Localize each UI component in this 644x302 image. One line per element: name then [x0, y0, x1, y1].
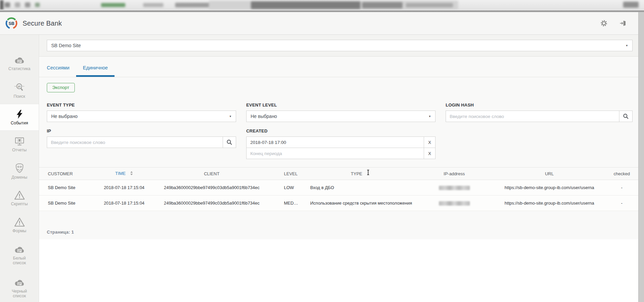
sidebar-item-label: Черный список [7, 289, 32, 298]
sidebar-item-statistics[interactable]: Статистика [0, 50, 39, 77]
sidebar-item-events[interactable]: События [0, 104, 39, 131]
cell-time: 2018-07-18 17:15:04 [95, 195, 154, 211]
sidebar-item-reports[interactable]: Отчеты [0, 131, 39, 158]
search-icon [623, 113, 629, 119]
cell-checked: - [605, 180, 639, 195]
sidebar-item-whitelist[interactable]: Белый список [0, 239, 39, 272]
tab-single[interactable]: Единичное [83, 59, 108, 77]
sidebar-item-label: Формы [7, 229, 32, 233]
ip-label: IP [47, 128, 236, 133]
sidebar-item-forms[interactable]: Формы [0, 212, 39, 239]
ip-input[interactable] [47, 137, 223, 148]
column-header-level: LEVEL [270, 168, 298, 180]
site-select-row: SB Demo Site ▼ [39, 35, 644, 56]
sort-icon[interactable] [130, 171, 133, 177]
ip-blurred-blob [439, 201, 470, 206]
events-panel: Сессиями Единичное Экспорт EVENT TYPE Не… [39, 56, 638, 239]
sidebar-item-scripts[interactable]: Скрипты [0, 185, 39, 212]
column-header-ip-address: IP-address [415, 168, 494, 180]
browser-chrome [0, 0, 644, 10]
site-select-value: SB Demo Site [51, 43, 81, 48]
filter-event-level: EVENT LEVEL Не выбрано ▼ [246, 102, 436, 122]
tab-sessions[interactable]: Сессиями [47, 59, 69, 77]
stats-cloud-icon [14, 56, 25, 65]
sidebar-item-label: Статистика [7, 66, 32, 71]
created-start-input[interactable] [246, 137, 424, 148]
svg-text:IP: IP [18, 85, 21, 88]
table-row[interactable]: SB Demo Site 2018-07-18 17:15:04 249ba36… [39, 195, 639, 211]
cell-client: 249ba36000029bbe97499c03db5a9001f6b734ec [154, 195, 270, 211]
app-title: Secure Bank [23, 20, 62, 27]
ip-blurred-blob [439, 186, 470, 190]
pagination-label: Страница: 1 [39, 230, 638, 239]
warning-triangle-icon [14, 217, 25, 227]
cell-level: LOW [270, 180, 298, 195]
svg-text:SB: SB [8, 21, 14, 26]
sidebar-item-label: События [7, 121, 32, 125]
cell-time: 2018-07-18 17:15:04 [95, 180, 154, 195]
monitor-bug-icon [14, 136, 25, 146]
login-hash-label: LOGIN HASH [446, 102, 633, 108]
ip-search-button[interactable] [223, 137, 236, 148]
secure-bank-logo-icon: SB [5, 17, 18, 30]
sidebar-item-blacklist[interactable]: Черный список [0, 272, 39, 302]
login-hash-search-button[interactable] [619, 111, 633, 122]
export-button[interactable]: Экспорт [47, 83, 75, 92]
event-level-select[interactable]: Не выбрано ▼ [246, 111, 436, 122]
event-level-label: EVENT LEVEL [246, 102, 436, 108]
chevron-down-icon: ▼ [625, 44, 628, 47]
cell-type: Использование средств скрытия местополож… [298, 195, 415, 211]
chevron-down-icon: ▼ [428, 115, 431, 118]
filters-grid: EVENT TYPE Не выбрано ▼ EVENT LEVEL Не в… [47, 102, 633, 159]
sidebar-item-label: Белый список [7, 256, 32, 265]
ip-search-icon: IP [14, 82, 25, 93]
created-start-clear-button[interactable]: X [424, 137, 436, 148]
cell-customer: SB Demo Site [39, 195, 95, 211]
column-header-checked: checked [605, 168, 639, 180]
login-hash-input[interactable] [446, 111, 619, 122]
chevron-down-icon: ▼ [229, 115, 232, 118]
column-header-client: CLIENT [154, 168, 270, 180]
site-select[interactable]: SB Demo Site ▼ [47, 40, 633, 51]
cell-customer: SB Demo Site [39, 180, 95, 195]
event-level-value: Не выбрано [251, 114, 277, 119]
lightning-icon [14, 109, 25, 119]
cell-url: https://sb-demo-site.group-ib.com/user/u… [494, 180, 605, 195]
vertical-scrollbar[interactable] [638, 12, 644, 302]
filter-created: CREATED X X [246, 128, 436, 159]
cell-checked: - [605, 195, 639, 211]
event-type-label: EVENT TYPE [47, 102, 236, 108]
app-header: SB Secure Bank [0, 12, 644, 35]
window-border-band [0, 10, 644, 12]
table-header-row: CUSTOMER TIME CLIENT LEVEL TYPE IP-addre… [39, 168, 639, 180]
cell-ip-blurred [415, 195, 494, 211]
filter-login-hash: LOGIN HASH [446, 102, 633, 122]
sidebar-nav: Статистика IP Поиск События [0, 35, 39, 302]
cell-type: Вход в ДБО [298, 180, 415, 195]
sidebar-item-search[interactable]: IP Поиск [0, 77, 39, 104]
sidebar-item-label: Скрипты [7, 202, 32, 206]
cell-url: https://sb-demo-site.group-ib.com/user/u… [494, 195, 605, 211]
filter-event-type: EVENT TYPE Не выбрано ▼ [47, 102, 236, 122]
column-header-time[interactable]: TIME [95, 168, 154, 180]
sidebar-item-label: Домены [7, 175, 32, 180]
logout-icon[interactable] [619, 20, 626, 27]
table-row[interactable]: SB Demo Site 2018-07-18 17:15:04 249ba36… [39, 180, 639, 195]
event-type-value: Не выбрано [51, 114, 77, 119]
cell-ip-blurred [415, 180, 494, 195]
settings-gear-icon[interactable] [600, 20, 608, 27]
filter-ip: IP [47, 128, 236, 159]
sidebar-item-label: Отчеты [7, 148, 32, 152]
sidebar-item-domains[interactable]: Домены [0, 158, 39, 185]
event-type-select[interactable]: Не выбрано ▼ [47, 111, 236, 122]
events-table: CUSTOMER TIME CLIENT LEVEL TYPE IP-addre… [39, 167, 638, 211]
cell-level: MEDIUM [270, 195, 298, 211]
cloud-list-icon [14, 245, 25, 254]
column-header-type: TYPE [298, 168, 415, 180]
cell-client: 249ba36000029bbe97499c03db5a9001f6b734ec [154, 180, 270, 195]
cloud-list-icon [14, 278, 25, 288]
created-end-clear-button[interactable]: X [424, 148, 436, 159]
column-header-url: URL [494, 168, 605, 180]
created-end-input[interactable] [246, 148, 424, 159]
created-label: CREATED [246, 128, 436, 133]
